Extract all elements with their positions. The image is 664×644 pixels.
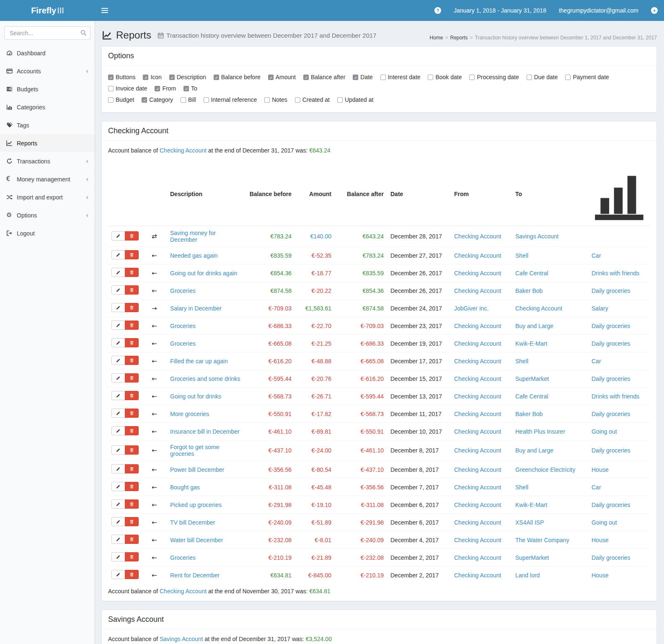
- category-link[interactable]: Daily groceries: [592, 502, 630, 508]
- sidebar-item-accounts[interactable]: Accounts ‹: [0, 62, 95, 80]
- breadcrumb-link-home[interactable]: Home: [429, 35, 443, 41]
- delete-button[interactable]: [125, 570, 139, 579]
- from-account-link[interactable]: Checking Account: [454, 270, 501, 277]
- sidebar-item-dashboard[interactable]: Dashboard: [0, 44, 95, 62]
- edit-button[interactable]: [111, 373, 125, 383]
- edit-button[interactable]: [111, 517, 125, 526]
- delete-button[interactable]: [125, 391, 139, 400]
- category-link[interactable]: Daily groceries: [592, 375, 630, 382]
- sidebar-item-reports[interactable]: Reports: [0, 134, 95, 152]
- option-checkbox-amount[interactable]: Amount: [268, 72, 296, 83]
- to-account-link[interactable]: Cafe Central: [515, 393, 548, 400]
- option-checkbox-interest-date[interactable]: Interest date: [380, 72, 421, 83]
- option-checkbox-description[interactable]: Description: [169, 72, 206, 83]
- to-account-link[interactable]: Shell: [515, 484, 528, 491]
- to-account-link[interactable]: SuperMarket: [515, 375, 549, 382]
- from-account-link[interactable]: Checking Account: [454, 340, 501, 347]
- option-checkbox-buttons[interactable]: Buttons: [108, 72, 135, 83]
- edit-button[interactable]: [111, 499, 125, 509]
- option-checkbox-category[interactable]: Category: [142, 95, 173, 105]
- transaction-description-link[interactable]: Bought gas: [170, 484, 200, 491]
- category-link[interactable]: House: [592, 572, 608, 579]
- option-checkbox-budget[interactable]: Budget: [108, 95, 134, 105]
- transaction-description-link[interactable]: Groceries and some drinks: [170, 375, 240, 382]
- from-account-link[interactable]: Checking Account: [454, 572, 501, 579]
- date-range-button[interactable]: January 1, 2018 - January 31, 2018: [447, 0, 553, 21]
- edit-button[interactable]: [111, 426, 125, 435]
- category-link[interactable]: Going out: [592, 428, 617, 435]
- edit-button[interactable]: [111, 356, 125, 365]
- to-account-link[interactable]: SuperMarket: [515, 554, 549, 561]
- from-account-link[interactable]: Checking Account: [454, 233, 501, 240]
- delete-button[interactable]: [125, 250, 139, 259]
- to-account-link[interactable]: Land lord: [515, 572, 540, 579]
- category-link[interactable]: House: [592, 466, 608, 473]
- account-link[interactable]: Savings Account: [160, 636, 203, 642]
- from-account-link[interactable]: Checking Account: [454, 287, 501, 294]
- search-input[interactable]: [4, 26, 90, 40]
- option-checkbox-payment-date[interactable]: Payment date: [565, 72, 609, 83]
- from-account-link[interactable]: Checking Account: [454, 447, 501, 454]
- from-account-link[interactable]: Checking Account: [454, 484, 501, 491]
- from-account-link[interactable]: Checking Account: [454, 411, 501, 417]
- sidebar-toggle-button[interactable]: [95, 0, 114, 21]
- to-account-link[interactable]: Kwik-E-Mart: [515, 502, 547, 508]
- to-account-link[interactable]: Health Plus Insurer: [515, 428, 565, 435]
- option-checkbox-date[interactable]: Date: [353, 72, 373, 83]
- option-checkbox-internal-reference[interactable]: Internal reference: [204, 95, 257, 105]
- from-account-link[interactable]: Checking Account: [454, 428, 501, 435]
- edit-button[interactable]: [111, 409, 125, 418]
- transaction-description-link[interactable]: Saving money for December: [170, 230, 216, 243]
- category-link[interactable]: Salary: [592, 305, 608, 312]
- option-checkbox-balance-before[interactable]: Balance before: [214, 72, 261, 83]
- from-account-link[interactable]: Checking Account: [454, 466, 501, 473]
- category-link[interactable]: Going out: [592, 519, 617, 526]
- transaction-description-link[interactable]: Power bill December: [170, 466, 224, 473]
- from-account-link[interactable]: Checking Account: [454, 252, 501, 259]
- transaction-description-link[interactable]: Groceries: [170, 323, 196, 329]
- new-transaction-button[interactable]: +: [645, 0, 664, 21]
- delete-button[interactable]: [125, 426, 139, 435]
- from-account-link[interactable]: JobGiver Inc.: [454, 305, 488, 312]
- edit-button[interactable]: [111, 268, 125, 277]
- category-link[interactable]: Daily groceries: [592, 447, 630, 454]
- from-account-link[interactable]: Checking Account: [454, 554, 501, 561]
- from-account-link[interactable]: Checking Account: [454, 519, 501, 526]
- delete-button[interactable]: [125, 552, 139, 561]
- transaction-description-link[interactable]: Groceries: [170, 340, 196, 347]
- category-link[interactable]: Drinks with friends: [592, 393, 639, 400]
- delete-button[interactable]: [125, 285, 139, 295]
- option-checkbox-balance-after[interactable]: Balance after: [303, 72, 346, 83]
- option-checkbox-notes[interactable]: Notes: [264, 95, 287, 105]
- transaction-description-link[interactable]: Going out for drinks again: [170, 270, 237, 277]
- from-account-link[interactable]: Checking Account: [454, 393, 501, 400]
- help-button[interactable]: ?: [428, 0, 447, 21]
- sidebar-item-money-management[interactable]: € Money management ‹: [0, 170, 95, 188]
- edit-button[interactable]: [111, 321, 125, 330]
- delete-button[interactable]: [125, 482, 139, 491]
- sidebar-item-import-and-export[interactable]: Import and export ‹: [0, 188, 95, 206]
- from-account-link[interactable]: Checking Account: [454, 375, 501, 382]
- to-account-link[interactable]: Kwik-E-Mart: [515, 340, 547, 347]
- edit-button[interactable]: [111, 231, 125, 241]
- sidebar-item-budgets[interactable]: Budgets: [0, 80, 95, 98]
- option-checkbox-created-at[interactable]: Created at: [295, 95, 330, 105]
- category-link[interactable]: Car: [592, 252, 601, 259]
- user-email-menu[interactable]: thegrumpydictator@gmail.com: [553, 0, 645, 21]
- delete-button[interactable]: [125, 445, 139, 455]
- edit-button[interactable]: [111, 482, 125, 491]
- edit-button[interactable]: [111, 535, 125, 544]
- sidebar-item-transactions[interactable]: Transactions ‹: [0, 152, 95, 170]
- app-logo[interactable]: Firefly III: [0, 0, 95, 21]
- sidebar-item-options[interactable]: ⚙ Options ‹: [0, 206, 95, 224]
- option-checkbox-due-date[interactable]: Due date: [527, 72, 558, 83]
- from-account-link[interactable]: Checking Account: [454, 537, 501, 543]
- transaction-description-link[interactable]: Picked up groceries: [170, 502, 222, 508]
- to-account-link[interactable]: Baker Bob: [515, 287, 543, 294]
- transaction-description-link[interactable]: Rent for December: [170, 572, 220, 579]
- transaction-description-link[interactable]: Groceries: [170, 554, 196, 561]
- category-link[interactable]: Daily groceries: [592, 323, 630, 329]
- delete-button[interactable]: [125, 373, 139, 383]
- delete-button[interactable]: [125, 303, 139, 312]
- transaction-description-link[interactable]: Insurance bill in December: [170, 428, 240, 435]
